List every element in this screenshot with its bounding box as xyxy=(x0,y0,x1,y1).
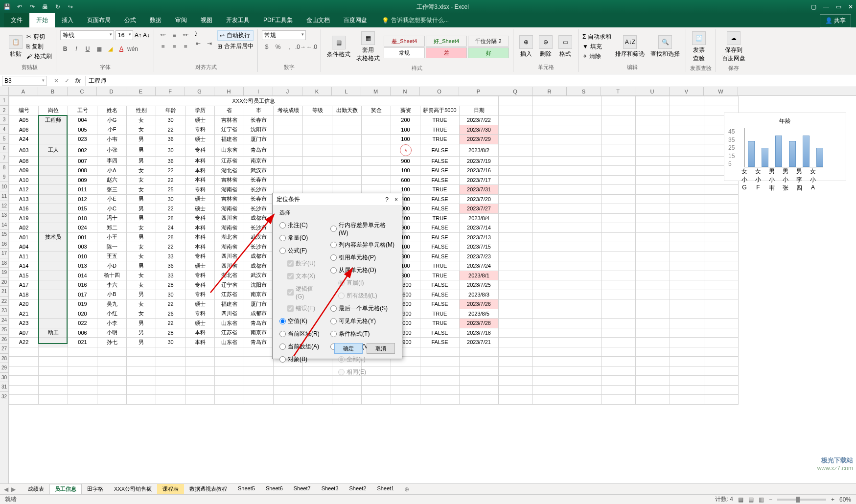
ribbon-options-icon[interactable]: ▢ xyxy=(811,3,816,10)
cell[interactable]: 本科 xyxy=(185,242,215,252)
cell[interactable]: ★ xyxy=(391,144,420,156)
radio-dependents[interactable]: 从属单元格(D) xyxy=(330,266,395,275)
tab-baidu[interactable]: 百度网盘 xyxy=(337,13,374,27)
view-pagebreak-icon[interactable]: ▥ xyxy=(759,496,764,503)
cell[interactable]: 小王 xyxy=(97,232,127,242)
cell[interactable]: 长沙市 xyxy=(244,204,274,214)
cell[interactable]: 成都市 xyxy=(244,261,274,271)
cell[interactable]: 28 xyxy=(156,280,185,290)
cell[interactable]: 山东省 xyxy=(215,338,244,347)
cell[interactable]: 湖南省 xyxy=(215,204,244,214)
sheet-tab[interactable]: Sheet3 xyxy=(316,484,344,494)
cell[interactable] xyxy=(39,261,68,271)
cell[interactable]: 22 xyxy=(156,125,185,135)
cell[interactable]: FALSE xyxy=(420,194,460,204)
cell[interactable] xyxy=(274,144,303,156)
cell[interactable]: A12 xyxy=(9,185,39,195)
cell[interactable] xyxy=(332,156,362,166)
cell[interactable]: 小明 xyxy=(97,328,127,338)
tab-insert[interactable]: 插入 xyxy=(55,13,80,27)
cell[interactable]: 专科 xyxy=(185,144,215,156)
cell[interactable]: 四川省 xyxy=(215,309,244,319)
cell[interactable] xyxy=(303,175,332,185)
cell[interactable]: 2023/8/2 xyxy=(460,144,499,156)
cell[interactable]: FALSE xyxy=(420,252,460,261)
cell[interactable] xyxy=(332,135,362,144)
cell[interactable]: 004 xyxy=(68,115,97,125)
cell[interactable]: TRUE xyxy=(420,135,460,144)
cell[interactable]: 男 xyxy=(127,261,156,271)
cell[interactable]: 湖南省 xyxy=(215,242,244,252)
cell[interactable]: A03 xyxy=(9,144,39,156)
cell[interactable]: TRUE xyxy=(420,309,460,319)
fx-icon[interactable]: fx xyxy=(73,77,82,84)
cell[interactable] xyxy=(39,125,68,135)
cell[interactable]: 小E xyxy=(97,194,127,204)
row-header-25[interactable]: 25 xyxy=(0,325,8,335)
cell[interactable]: 2023/7/31 xyxy=(460,185,499,195)
cell[interactable]: 工程师 xyxy=(39,115,68,125)
merge-center-button[interactable]: ⊞合并后居中 xyxy=(217,42,254,50)
sheet-tab[interactable]: 员工信息 xyxy=(49,484,82,494)
phonetic-icon[interactable]: wén xyxy=(128,44,138,54)
decrease-font-icon[interactable]: A↓ xyxy=(143,32,150,39)
cell[interactable]: 男 xyxy=(127,319,156,328)
cell[interactable]: 28 xyxy=(156,232,185,242)
cell[interactable]: 006 xyxy=(68,328,97,338)
cell[interactable]: 孙七 xyxy=(97,338,127,347)
header-cell[interactable]: 岗位 xyxy=(39,106,68,115)
zoom-slider[interactable] xyxy=(777,499,826,501)
cell[interactable]: FALSE xyxy=(420,175,460,185)
format-painter-button[interactable]: 🖌格式刷 xyxy=(26,52,52,61)
cell[interactable] xyxy=(332,166,362,176)
style-bad-sheet[interactable]: 差_Sheet4 xyxy=(384,36,425,46)
align-middle-icon[interactable]: ≡ xyxy=(169,30,179,40)
cancel-formula-icon[interactable]: ✕ xyxy=(52,77,61,84)
cell[interactable]: 2023/7/22 xyxy=(460,115,499,125)
tab-data[interactable]: 数据 xyxy=(143,13,168,27)
format-cells-button[interactable]: ▭格式 xyxy=(556,34,574,59)
share-button[interactable]: 👤 共享 xyxy=(820,14,851,27)
cell[interactable]: 福建省 xyxy=(215,299,244,309)
tab-view[interactable]: 视图 xyxy=(194,13,219,27)
cell[interactable]: 024 xyxy=(68,223,97,233)
cell[interactable]: 本科 xyxy=(185,175,215,185)
cell[interactable] xyxy=(362,135,391,144)
cell[interactable]: 长沙市 xyxy=(244,223,274,233)
col-header-R[interactable]: R xyxy=(532,87,567,95)
cell[interactable] xyxy=(39,156,68,166)
invoice-button[interactable]: 🧾发票 查验 xyxy=(690,30,708,64)
cell[interactable]: 南京市 xyxy=(244,290,274,299)
cell[interactable]: 30 xyxy=(156,115,185,125)
cell[interactable]: 2023/7/19 xyxy=(460,156,499,166)
cell[interactable]: 女 xyxy=(127,299,156,309)
cell[interactable] xyxy=(39,223,68,233)
cell[interactable]: A21 xyxy=(9,309,39,319)
radio-formulas[interactable]: 公式(F) xyxy=(279,247,322,255)
cell[interactable]: TRUE xyxy=(420,115,460,125)
cell[interactable]: 2023/8/3 xyxy=(460,290,499,299)
cell[interactable]: 长春市 xyxy=(244,194,274,204)
row-header-31[interactable]: 31 xyxy=(0,382,8,392)
cell[interactable]: 男 xyxy=(127,232,156,242)
zoom-out-icon[interactable]: − xyxy=(769,496,772,503)
col-header-A[interactable]: A xyxy=(9,87,38,95)
italic-icon[interactable]: I xyxy=(71,44,81,54)
cell[interactable]: 2023/7/21 xyxy=(460,338,499,347)
cell[interactable]: 专科 xyxy=(185,125,215,135)
cell[interactable]: 李四 xyxy=(97,156,127,166)
cell[interactable]: 2023/7/17 xyxy=(460,175,499,185)
col-header-I[interactable]: I xyxy=(244,87,273,95)
cell[interactable]: TRUE xyxy=(420,271,460,280)
cell[interactable]: 湖北省 xyxy=(215,232,244,242)
cell[interactable]: 成都市 xyxy=(244,309,274,319)
autosum-button[interactable]: Σ自动求和 xyxy=(582,33,611,41)
embedded-chart[interactable]: 年龄 453525155 女女男男男女 小G小F小韦小张李四小A xyxy=(724,113,846,181)
radio-cond[interactable]: 条件格式(T) xyxy=(330,330,395,338)
row-header-26[interactable]: 26 xyxy=(0,335,8,344)
align-bottom-icon[interactable]: ⬵ xyxy=(181,30,190,40)
cell[interactable]: A02 xyxy=(9,223,39,233)
cell[interactable]: FALSE xyxy=(420,223,460,233)
header-cell[interactable]: 薪资高于5000 xyxy=(420,106,460,115)
cell[interactable]: 24 xyxy=(156,223,185,233)
